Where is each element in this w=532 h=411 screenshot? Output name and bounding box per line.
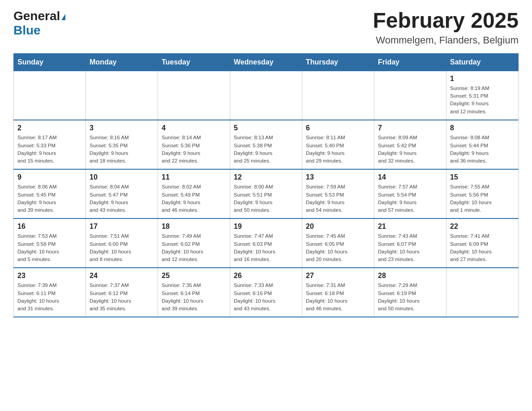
day-cell-5-4: 26Sunrise: 7:33 AMSunset: 6:16 PMDayligh… (230, 268, 302, 317)
day-number: 3 (90, 124, 154, 132)
day-cell-5-3: 25Sunrise: 7:35 AMSunset: 6:14 PMDayligh… (158, 268, 230, 317)
weekday-header-friday: Friday (374, 53, 446, 71)
day-number: 15 (450, 173, 515, 181)
day-info: Sunrise: 8:19 AMSunset: 5:31 PMDaylight:… (450, 85, 515, 116)
day-number: 22 (450, 223, 515, 231)
day-cell-3-5: 13Sunrise: 7:59 AMSunset: 5:53 PMDayligh… (302, 169, 374, 218)
day-cell-3-3: 11Sunrise: 8:02 AMSunset: 5:49 PMDayligh… (158, 169, 230, 218)
day-cell-2-7: 8Sunrise: 8:08 AMSunset: 5:44 PMDaylight… (446, 120, 519, 169)
day-cell-5-7 (446, 268, 519, 317)
day-number: 21 (378, 223, 442, 231)
day-cell-3-1: 9Sunrise: 8:06 AMSunset: 5:45 PMDaylight… (14, 169, 86, 218)
day-number: 23 (17, 272, 82, 280)
day-info: Sunrise: 7:33 AMSunset: 6:16 PMDaylight:… (234, 282, 298, 313)
calendar-body: 1Sunrise: 8:19 AMSunset: 5:31 PMDaylight… (14, 71, 519, 317)
day-cell-1-6 (374, 71, 446, 120)
day-cell-2-2: 3Sunrise: 8:16 AMSunset: 5:35 PMDaylight… (86, 120, 158, 169)
day-cell-1-3 (158, 71, 230, 120)
day-cell-4-6: 21Sunrise: 7:43 AMSunset: 6:07 PMDayligh… (374, 218, 446, 268)
day-number: 13 (306, 173, 370, 181)
day-cell-2-5: 6Sunrise: 8:11 AMSunset: 5:40 PMDaylight… (302, 120, 374, 169)
day-number: 27 (306, 272, 370, 280)
day-number: 9 (17, 173, 82, 181)
day-number: 25 (162, 272, 226, 280)
calendar-table: SundayMondayTuesdayWednesdayThursdayFrid… (13, 53, 519, 318)
logo: General Blue (13, 9, 65, 38)
header: General Blue February 2025 Wommelgem, Fl… (13, 9, 519, 46)
day-number: 8 (450, 124, 515, 132)
day-info: Sunrise: 7:37 AMSunset: 6:12 PMDaylight:… (90, 282, 154, 313)
day-cell-5-5: 27Sunrise: 7:31 AMSunset: 6:18 PMDayligh… (302, 268, 374, 317)
location-title: Wommelgem, Flanders, Belgium (373, 34, 519, 46)
day-info: Sunrise: 7:51 AMSunset: 6:00 PMDaylight:… (90, 232, 154, 263)
day-info: Sunrise: 7:47 AMSunset: 6:03 PMDaylight:… (234, 232, 298, 263)
day-cell-1-7: 1Sunrise: 8:19 AMSunset: 5:31 PMDaylight… (446, 71, 519, 120)
day-number: 2 (17, 124, 82, 132)
day-cell-4-5: 20Sunrise: 7:45 AMSunset: 6:05 PMDayligh… (302, 218, 374, 268)
logo-blue: Blue (13, 23, 65, 38)
weekday-header-monday: Monday (86, 53, 158, 71)
weekday-header-sunday: Sunday (14, 53, 86, 71)
month-title: February 2025 (373, 9, 519, 33)
day-number: 19 (234, 223, 298, 231)
day-number: 16 (17, 223, 82, 231)
day-number: 14 (378, 173, 442, 181)
day-info: Sunrise: 7:59 AMSunset: 5:53 PMDaylight:… (306, 183, 370, 214)
day-number: 20 (306, 223, 370, 231)
day-info: Sunrise: 8:08 AMSunset: 5:44 PMDaylight:… (450, 134, 515, 165)
week-row-1: 1Sunrise: 8:19 AMSunset: 5:31 PMDaylight… (14, 71, 519, 120)
title-area: February 2025 Wommelgem, Flanders, Belgi… (373, 9, 519, 46)
week-row-2: 2Sunrise: 8:17 AMSunset: 5:33 PMDaylight… (14, 120, 519, 169)
weekday-header-wednesday: Wednesday (230, 53, 302, 71)
day-number: 10 (90, 173, 154, 181)
day-cell-1-2 (86, 71, 158, 120)
day-cell-1-1 (14, 71, 86, 120)
day-number: 12 (234, 173, 298, 181)
week-row-4: 16Sunrise: 7:53 AMSunset: 5:58 PMDayligh… (14, 218, 519, 268)
day-info: Sunrise: 8:14 AMSunset: 5:36 PMDaylight:… (162, 134, 226, 165)
day-number: 28 (378, 272, 442, 280)
day-cell-3-6: 14Sunrise: 7:57 AMSunset: 5:54 PMDayligh… (374, 169, 446, 218)
day-info: Sunrise: 8:02 AMSunset: 5:49 PMDaylight:… (162, 183, 226, 214)
day-cell-5-6: 28Sunrise: 7:29 AMSunset: 6:19 PMDayligh… (374, 268, 446, 317)
day-info: Sunrise: 8:11 AMSunset: 5:40 PMDaylight:… (306, 134, 370, 165)
day-number: 26 (234, 272, 298, 280)
day-cell-2-6: 7Sunrise: 8:09 AMSunset: 5:42 PMDaylight… (374, 120, 446, 169)
day-info: Sunrise: 8:04 AMSunset: 5:47 PMDaylight:… (90, 183, 154, 214)
day-number: 4 (162, 124, 226, 132)
weekday-header-thursday: Thursday (302, 53, 374, 71)
day-cell-4-4: 19Sunrise: 7:47 AMSunset: 6:03 PMDayligh… (230, 218, 302, 268)
day-cell-2-4: 5Sunrise: 8:13 AMSunset: 5:38 PMDaylight… (230, 120, 302, 169)
day-info: Sunrise: 8:00 AMSunset: 5:51 PMDaylight:… (234, 183, 298, 214)
day-info: Sunrise: 7:57 AMSunset: 5:54 PMDaylight:… (378, 183, 442, 214)
day-cell-3-4: 12Sunrise: 8:00 AMSunset: 5:51 PMDayligh… (230, 169, 302, 218)
day-info: Sunrise: 7:43 AMSunset: 6:07 PMDaylight:… (378, 232, 442, 263)
day-info: Sunrise: 7:39 AMSunset: 6:11 PMDaylight:… (17, 282, 82, 313)
day-cell-5-1: 23Sunrise: 7:39 AMSunset: 6:11 PMDayligh… (14, 268, 86, 317)
day-cell-4-2: 17Sunrise: 7:51 AMSunset: 6:00 PMDayligh… (86, 218, 158, 268)
logo-general: General (13, 9, 65, 23)
day-info: Sunrise: 8:06 AMSunset: 5:45 PMDaylight:… (17, 183, 82, 214)
day-cell-4-7: 22Sunrise: 7:41 AMSunset: 6:09 PMDayligh… (446, 218, 519, 268)
day-info: Sunrise: 7:55 AMSunset: 5:56 PMDaylight:… (450, 183, 515, 214)
day-number: 24 (90, 272, 154, 280)
day-info: Sunrise: 8:09 AMSunset: 5:42 PMDaylight:… (378, 134, 442, 165)
day-info: Sunrise: 7:29 AMSunset: 6:19 PMDaylight:… (378, 282, 442, 313)
day-info: Sunrise: 8:17 AMSunset: 5:33 PMDaylight:… (17, 134, 82, 165)
week-row-5: 23Sunrise: 7:39 AMSunset: 6:11 PMDayligh… (14, 268, 519, 317)
day-info: Sunrise: 7:35 AMSunset: 6:14 PMDaylight:… (162, 282, 226, 313)
day-cell-3-7: 15Sunrise: 7:55 AMSunset: 5:56 PMDayligh… (446, 169, 519, 218)
day-number: 1 (450, 75, 515, 83)
week-row-3: 9Sunrise: 8:06 AMSunset: 5:45 PMDaylight… (14, 169, 519, 218)
day-cell-3-2: 10Sunrise: 8:04 AMSunset: 5:47 PMDayligh… (86, 169, 158, 218)
day-number: 18 (162, 223, 226, 231)
day-number: 6 (306, 124, 370, 132)
day-info: Sunrise: 7:45 AMSunset: 6:05 PMDaylight:… (306, 232, 370, 263)
day-info: Sunrise: 7:53 AMSunset: 5:58 PMDaylight:… (17, 232, 82, 263)
day-cell-5-2: 24Sunrise: 7:37 AMSunset: 6:12 PMDayligh… (86, 268, 158, 317)
day-info: Sunrise: 8:16 AMSunset: 5:35 PMDaylight:… (90, 134, 154, 165)
day-cell-4-3: 18Sunrise: 7:49 AMSunset: 6:02 PMDayligh… (158, 218, 230, 268)
day-info: Sunrise: 8:13 AMSunset: 5:38 PMDaylight:… (234, 134, 298, 165)
day-cell-2-1: 2Sunrise: 8:17 AMSunset: 5:33 PMDaylight… (14, 120, 86, 169)
day-info: Sunrise: 7:49 AMSunset: 6:02 PMDaylight:… (162, 232, 226, 263)
